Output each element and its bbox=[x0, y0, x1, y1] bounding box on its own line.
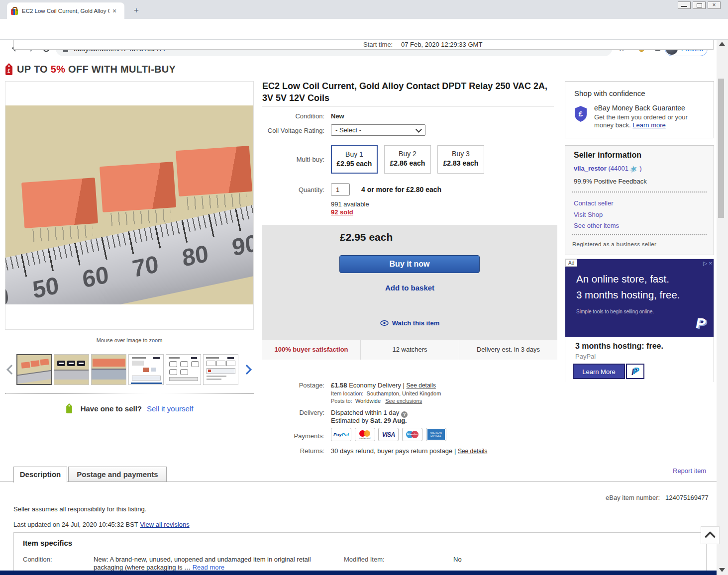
eye-icon bbox=[380, 320, 389, 326]
coil-voltage-selected: - Select - bbox=[335, 126, 361, 134]
thumbnail-2[interactable] bbox=[54, 354, 89, 385]
specifics-condition-value: New: A brand-new, unused, unopened and u… bbox=[94, 556, 331, 572]
buy-panel: £2.95 each Buy it now Add to basket Watc… bbox=[262, 225, 557, 340]
relay-photo-item bbox=[100, 162, 176, 212]
thumbnail-4[interactable] bbox=[128, 354, 164, 385]
browser-tab[interactable]: EC2 Low Coil Current, Gold Alloy Co × bbox=[7, 2, 124, 19]
returns-value: 30 days refund, buyer pays return postag… bbox=[331, 447, 487, 455]
divider bbox=[572, 234, 707, 235]
price-each: £2.95 each bbox=[340, 231, 393, 243]
thumbnail-6[interactable] bbox=[203, 354, 238, 385]
thumbnail-next-icon[interactable] bbox=[242, 365, 252, 375]
stats-row: 100% buyer satisfaction 12 watchers Deli… bbox=[262, 340, 557, 360]
condition-label: Condition: bbox=[262, 112, 324, 120]
ebay-favicon-icon bbox=[11, 7, 18, 15]
mastercard-icon: mastercard bbox=[355, 428, 375, 441]
view-revisions-link[interactable]: View all revisions bbox=[140, 521, 189, 528]
payment-methods: PayPal mastercard VISA Maestro AMERICAN … bbox=[331, 428, 448, 441]
multibuy-option-1[interactable]: Buy 1 £2.95 each bbox=[331, 145, 378, 174]
chevron-up-icon bbox=[705, 531, 716, 542]
paypal-icon: PayPal bbox=[331, 428, 351, 441]
scroll-to-top-button[interactable] bbox=[701, 526, 720, 544]
buyer-satisfaction: 100% buyer satisfaction bbox=[262, 340, 360, 360]
paypal-logo-icon: PP bbox=[696, 315, 706, 332]
watch-item-row[interactable]: Watch this item bbox=[262, 319, 557, 327]
multibuy-option-3[interactable]: Buy 3 £2.83 each bbox=[437, 145, 484, 174]
postage-label: Postage: bbox=[262, 382, 324, 389]
payments-label: Payments: bbox=[262, 432, 324, 440]
new-tab-button[interactable]: + bbox=[130, 4, 142, 16]
see-other-items-link[interactable]: See other items bbox=[574, 222, 619, 229]
business-seller-note: Registered as a business seller bbox=[572, 241, 656, 247]
tab-title: EC2 Low Coil Current, Gold Alloy Co bbox=[22, 8, 109, 14]
watch-item-label: Watch this item bbox=[392, 319, 440, 327]
svg-text:£: £ bbox=[579, 109, 583, 118]
tab-close-icon[interactable]: × bbox=[112, 7, 116, 15]
report-item-link[interactable]: Report item bbox=[673, 467, 706, 475]
item-specifics-title: Item specifics bbox=[23, 539, 72, 547]
responsibility-text: Seller assumes all responsibility for th… bbox=[13, 505, 146, 513]
thumbnail-5[interactable] bbox=[166, 354, 201, 385]
confidence-title: Shop with confidence bbox=[574, 89, 645, 97]
scrollbar-up-icon[interactable] bbox=[719, 42, 725, 46]
seller-information-box: Seller information vila_restor (44001 ★ … bbox=[565, 145, 714, 255]
ad-banner[interactable]: Ad ▷ × An online store, fast.3 months ho… bbox=[565, 259, 714, 337]
seller-info-title: Seller information bbox=[574, 151, 641, 160]
watchers-count: 12 watchers bbox=[360, 340, 459, 360]
contact-seller-link[interactable]: Contact seller bbox=[574, 199, 613, 207]
tab-description[interactable]: Description bbox=[13, 467, 67, 482]
visit-shop-link[interactable]: Visit Shop bbox=[574, 211, 603, 218]
estimated-delivery: Estimated by Sat. 29 Aug. bbox=[331, 417, 407, 424]
relay-photo-item bbox=[21, 178, 98, 228]
add-to-basket-link[interactable]: Add to basket bbox=[262, 284, 557, 292]
promo-percent: 5% bbox=[51, 64, 66, 75]
window-minimize-button[interactable] bbox=[678, 1, 691, 9]
item-specifics-box: Item specifics Condition: New: A brand-n… bbox=[13, 532, 707, 575]
tab-postage-payments[interactable]: Postage and payments bbox=[68, 467, 167, 482]
scrollbar-thumb[interactable] bbox=[718, 79, 724, 218]
seller-name-link[interactable]: vila_restor bbox=[574, 165, 607, 172]
ad-footer: 3 months hosting: free. PayPal Learn Mor… bbox=[565, 337, 714, 382]
read-more-link[interactable]: Read more bbox=[193, 564, 224, 571]
quantity-input[interactable] bbox=[331, 183, 350, 196]
bulk-offer-text: 4 or more for £2.80 each bbox=[361, 186, 441, 193]
thumbnail-1[interactable] bbox=[16, 354, 52, 385]
postage-value: £1.58 Economy Delivery | See details bbox=[331, 382, 436, 389]
divider bbox=[572, 192, 707, 192]
chevron-down-icon bbox=[416, 126, 422, 133]
window-maximize-button[interactable] bbox=[693, 1, 706, 9]
coil-voltage-label: Coil Voltage Rating: bbox=[262, 127, 324, 134]
buy-it-now-button[interactable]: Buy it now bbox=[339, 255, 480, 273]
returns-label: Returns: bbox=[262, 447, 324, 455]
thumbnail-prev-icon[interactable] bbox=[6, 365, 16, 375]
sold-count-link[interactable]: 92 sold bbox=[331, 208, 353, 216]
window-close-button[interactable]: × bbox=[708, 1, 721, 9]
posts-to: Posts to: Worldwide See exclusions bbox=[331, 398, 422, 404]
thumbnail-3[interactable] bbox=[91, 354, 126, 385]
multibuy-option-2[interactable]: Buy 2 £2.86 each bbox=[384, 145, 431, 174]
adchoices-icons[interactable]: ▷ × bbox=[703, 260, 712, 267]
price-tag-icon: £ bbox=[5, 63, 13, 75]
coil-voltage-select[interactable]: - Select - bbox=[331, 124, 425, 136]
positive-feedback: 99.9% Positive Feedback bbox=[574, 178, 647, 185]
ad-headline: An online store, fast.3 months hosting, … bbox=[576, 271, 680, 303]
see-exclusions-link[interactable]: See exclusions bbox=[385, 398, 422, 404]
multibuy-promo-banner: £ UP TO 5% OFF WITH MULTI-BUY bbox=[5, 62, 176, 77]
available-count: 991 available bbox=[331, 200, 369, 208]
learn-more-link[interactable]: Learn more bbox=[632, 121, 665, 129]
product-photo[interactable]: 4050 6070 8090 10 bbox=[5, 105, 253, 304]
amex-icon: AMERICAN EXPRESS bbox=[426, 428, 446, 441]
browser-toolbar: ebay.co.uk/itm/124075169477 ☆ Paused ⋮ bbox=[0, 19, 728, 40]
ad-learn-more-button[interactable]: Learn More bbox=[573, 364, 625, 379]
browser-window: EC2 Low Coil Current, Gold Alloy Co × + … bbox=[0, 0, 728, 575]
multibuy-label: Multi-buy: bbox=[262, 156, 324, 163]
returns-see-details-link[interactable]: See details bbox=[458, 448, 487, 455]
start-time-value: 07 Feb, 2020 12:29:33 GMT bbox=[401, 41, 482, 48]
scrollbar-down-icon[interactable] bbox=[719, 568, 725, 572]
tab-strip: EC2 Low Coil Current, Gold Alloy Co × + … bbox=[0, 0, 728, 19]
postage-see-details-link[interactable]: See details bbox=[407, 382, 436, 389]
seller-identity: vila_restor (44001 ★ ) bbox=[574, 164, 642, 174]
money-back-shield-icon: £ bbox=[573, 105, 588, 124]
sell-it-yourself-link[interactable]: Sell it yourself bbox=[147, 404, 193, 413]
divider bbox=[5, 393, 254, 394]
